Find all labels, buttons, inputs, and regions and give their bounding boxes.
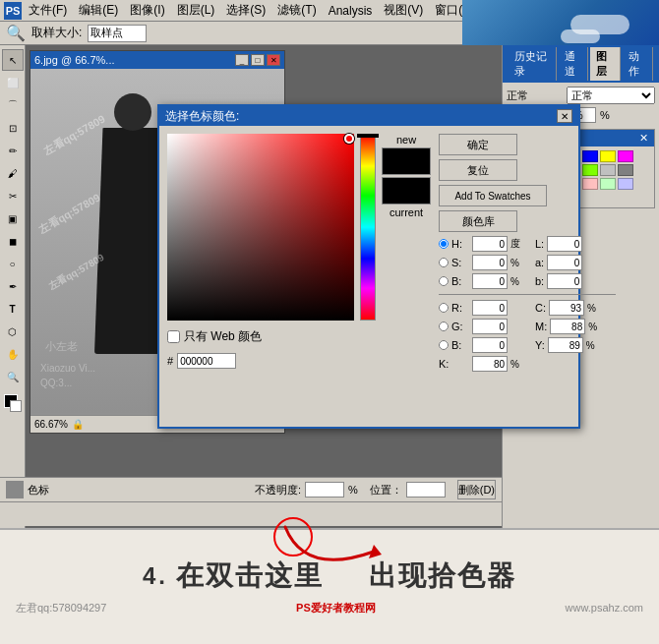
menu-view[interactable]: 视图(V) — [379, 0, 428, 21]
r-input[interactable] — [472, 300, 508, 316]
b3-radio[interactable] — [439, 340, 449, 350]
blend-mode-row: 正常 正常 — [507, 87, 655, 104]
gradient-bg — [167, 134, 354, 321]
k-input[interactable] — [472, 356, 508, 372]
separator-1 — [439, 294, 616, 295]
g-radio[interactable] — [439, 322, 449, 331]
blend-mode-select[interactable]: 正常 — [567, 87, 655, 104]
dialog-body: new current 只有 Web 颜色 # — [159, 126, 578, 427]
dialog-close-btn[interactable]: ✕ — [557, 109, 572, 123]
add-to-swatches-button[interactable]: Add To Swatches — [439, 185, 547, 206]
percent-sign: % — [348, 484, 358, 496]
doc-maximize-btn[interactable]: □ — [251, 54, 265, 66]
menu-select[interactable]: 选择(S) — [221, 0, 270, 21]
gradient-overlay — [167, 134, 354, 321]
tab-layers[interactable]: 图层 — [590, 47, 621, 81]
instruction-chinese: 4. 在双击这里 出现拾色器 — [143, 557, 516, 595]
instruction-area: 4. 在双击这里 出现拾色器 左君qq:578094297 PS爱好者教程网 w… — [0, 528, 659, 644]
ok-button[interactable]: 确定 — [439, 134, 517, 155]
g-input[interactable] — [472, 319, 508, 334]
h-field-row: H: 度 L: — [439, 236, 616, 252]
tool-eyedropper[interactable]: ✏ — [2, 140, 24, 161]
menu-layer[interactable]: 图层(L) — [172, 0, 220, 21]
circle-annotation — [273, 517, 313, 556]
instruction-bottom-row: 左君qq:578094297 PS爱好者教程网 www.psahz.com — [0, 599, 659, 617]
color-swatch-new[interactable] — [382, 147, 431, 175]
color-gradient-square[interactable] — [167, 134, 354, 321]
swatch-color-item[interactable] — [618, 164, 633, 176]
C-input[interactable] — [549, 300, 584, 316]
tool-move[interactable]: ↖ — [2, 49, 24, 71]
tool-lasso[interactable]: ⌒ — [2, 94, 24, 116]
Y-unit: % — [586, 340, 600, 351]
fg-bg-colors[interactable] — [2, 392, 24, 414]
L-label: L: — [535, 238, 544, 250]
swatch-color-item[interactable] — [618, 178, 633, 190]
s-unit: % — [510, 258, 524, 268]
tool-clone[interactable]: ✂ — [2, 185, 24, 206]
M-input[interactable] — [550, 319, 585, 334]
layer-bar-header: 色标 不透明度: % 位置： 删除(D) — [0, 478, 502, 502]
reset-button[interactable]: 复位 — [439, 159, 517, 181]
s-field-row: S: % a: — [439, 255, 616, 270]
step-number: 4. — [143, 562, 168, 590]
g-field-row: G: M: % — [439, 319, 616, 334]
hue-bar-container[interactable] — [360, 134, 376, 321]
b3-field-row: B: Y: % — [439, 337, 616, 353]
tool-pen[interactable]: ✒ — [2, 275, 24, 297]
s-radio[interactable] — [439, 258, 449, 267]
tool-dodge[interactable]: ○ — [2, 253, 24, 274]
L-input[interactable] — [547, 236, 582, 252]
b-radio[interactable] — [439, 276, 449, 286]
tool-zoom[interactable]: 🔍 — [2, 366, 24, 387]
color-swatch-current[interactable] — [382, 177, 431, 205]
k-unit: % — [510, 359, 524, 370]
color-fields: H: 度 L: S: % a: — [439, 236, 616, 372]
color-library-button[interactable]: 颜色库 — [439, 210, 517, 232]
background-color[interactable] — [10, 400, 22, 412]
tool-selection[interactable]: ⬜ — [2, 72, 24, 93]
position-input[interactable] — [406, 482, 446, 498]
menu-file[interactable]: 文件(F) — [24, 0, 72, 21]
layer-opacity-input[interactable] — [305, 482, 344, 498]
tool-crop[interactable]: ⊡ — [2, 117, 24, 139]
tool-gradient[interactable]: ◼ — [2, 230, 24, 252]
tool-hand[interactable]: ✋ — [2, 343, 24, 365]
swatches-close[interactable]: ✕ — [639, 132, 648, 145]
menu-edit[interactable]: 编辑(E) — [74, 0, 123, 21]
r-radio[interactable] — [439, 303, 449, 313]
web-only-checkbox[interactable] — [167, 330, 180, 343]
opacity-label2: 不透明度: — [255, 483, 301, 498]
ps-app: PS 文件(F) 编辑(E) 图像(I) 图层(L) 选择(S) 滤镜(T) A… — [0, 0, 659, 644]
h-radio[interactable] — [439, 239, 449, 249]
a-input[interactable] — [547, 255, 582, 270]
b2-input[interactable] — [547, 273, 582, 289]
tab-history[interactable]: 历史记录 — [509, 47, 557, 81]
cloud2 — [561, 29, 600, 43]
swatch-color-item[interactable] — [618, 150, 633, 162]
menu-image[interactable]: 图像(I) — [125, 0, 169, 21]
b-input[interactable] — [472, 273, 508, 289]
h-input[interactable] — [472, 236, 508, 252]
b3-input[interactable] — [472, 337, 508, 353]
menu-analysis[interactable]: Analysis — [324, 2, 378, 20]
menu-filter[interactable]: 滤镜(T) — [272, 0, 321, 21]
delete-button[interactable]: 删除(D) — [457, 480, 496, 499]
tab-channels[interactable]: 通道 — [559, 47, 589, 81]
tool-text[interactable]: T — [2, 298, 24, 320]
color-picker-right: 确定 复位 Add To Swatches 颜色库 H: 度 L — [439, 134, 616, 419]
hex-input[interactable] — [177, 353, 236, 369]
current-label: current — [389, 206, 423, 218]
tool-brush[interactable]: 🖌 — [2, 162, 24, 184]
sample-size-label: 取样大小: — [31, 25, 82, 41]
doc-minimize-btn[interactable]: _ — [235, 54, 249, 66]
tool-eraser[interactable]: ▣ — [2, 207, 24, 229]
M-unit: % — [588, 322, 602, 332]
tab-actions[interactable]: 动作 — [623, 47, 653, 81]
hex-row: # — [167, 353, 431, 369]
Y-input[interactable] — [548, 337, 583, 353]
doc-close-btn[interactable]: ✕ — [267, 54, 280, 66]
tool-shape[interactable]: ⬡ — [2, 321, 24, 342]
sample-size-input[interactable] — [88, 25, 147, 42]
s-input[interactable] — [472, 255, 508, 270]
